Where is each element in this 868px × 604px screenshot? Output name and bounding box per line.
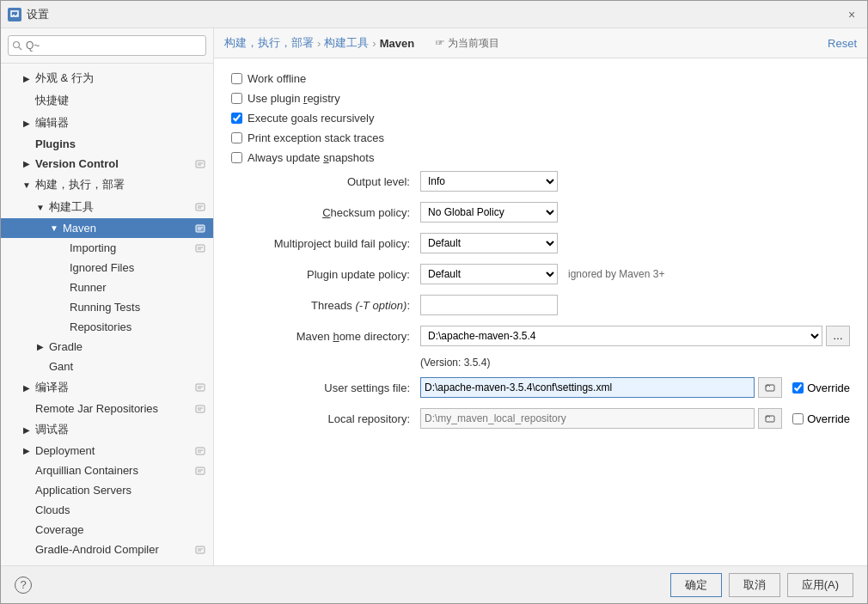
title-bar: 设置 × <box>1 1 867 28</box>
settings-badge-icon <box>194 445 206 457</box>
print-exception-stack-traces-row: Print exception stack traces <box>231 131 850 144</box>
sidebar-item-application-servers[interactable]: Application Servers <box>1 480 213 500</box>
output-level-select[interactable]: Info Debug Error <box>420 171 558 192</box>
sidebar-item-label: Application Servers <box>35 484 206 497</box>
work-offline-checkbox[interactable] <box>231 73 242 84</box>
local-repository-override-checkbox[interactable] <box>792 413 804 424</box>
apply-button[interactable]: 应用(A) <box>787 573 853 597</box>
user-settings-override-check: Override <box>792 381 850 394</box>
breadcrumb-part-1[interactable]: 构建，执行，部署 <box>224 35 314 51</box>
svg-rect-16 <box>196 384 205 391</box>
cancel-button[interactable]: 取消 <box>729 573 780 597</box>
settings-badge-icon <box>194 201 206 213</box>
search-input[interactable] <box>8 35 206 56</box>
work-offline-label[interactable]: Work offline <box>248 72 306 85</box>
local-repository-label: Local repository: <box>231 412 420 425</box>
sidebar-item-label: Maven <box>63 222 191 235</box>
breadcrumb-path: 构建，执行，部署 › 构建工具 › Maven ☞ 为当前项目 <box>224 35 500 51</box>
plugin-update-policy-label: Plugin update policy: <box>231 268 420 281</box>
use-plugin-registry-label[interactable]: Use plugin registry <box>248 92 340 105</box>
checksum-policy-select[interactable]: No Global Policy Warn Fail Ignore <box>420 202 558 223</box>
sidebar-item-repositories[interactable]: Repositories <box>1 317 213 337</box>
arrow-icon <box>56 243 66 253</box>
settings-badge-icon <box>194 544 206 556</box>
always-update-snapshots-checkbox[interactable] <box>231 152 242 163</box>
sidebar-item-running-tests[interactable]: Running Tests <box>1 297 213 317</box>
local-repository-control: Override <box>420 408 850 429</box>
sidebar-item-version-control[interactable]: ▶ Version Control <box>1 154 213 174</box>
arrow-icon: ▼ <box>49 223 59 234</box>
arrow-icon: ▼ <box>35 202 46 212</box>
sidebar-item-label: Importing <box>70 241 191 254</box>
local-repository-input[interactable] <box>420 408 755 429</box>
multiproject-fail-policy-select[interactable]: Default At End Never <box>420 233 558 253</box>
sidebar-item-editor[interactable]: ▶ 编辑器 <box>1 112 213 134</box>
sidebar-item-debugger[interactable]: ▶ 调试器 <box>1 418 213 441</box>
plugin-update-policy-select[interactable]: Default Always Never Daily <box>420 264 558 284</box>
threads-input[interactable] <box>420 295 558 315</box>
maven-home-control: D:\apache-maven-3.5.4 … <box>420 326 850 346</box>
sidebar-item-runner[interactable]: Runner <box>1 278 213 297</box>
use-plugin-registry-checkbox[interactable] <box>231 93 242 104</box>
arrow-icon <box>56 302 66 313</box>
local-repository-override-label[interactable]: Override <box>807 412 850 425</box>
execute-goals-recursively-checkbox[interactable] <box>231 113 242 124</box>
output-level-label: Output level: <box>231 175 420 188</box>
sidebar-item-plugins[interactable]: Plugins <box>1 134 213 154</box>
sidebar-item-clouds[interactable]: Clouds <box>1 500 213 520</box>
settings-badge-icon <box>194 465 206 477</box>
local-repository-row: Local repository: Override <box>231 408 850 429</box>
maven-version-hint: (Version: 3.5.4) <box>231 357 850 369</box>
sidebar-item-label: Gradle-Android Compiler <box>35 543 191 556</box>
sidebar-item-build-tools[interactable]: ▼ 构建工具 <box>1 196 213 218</box>
sidebar-item-appearance[interactable]: ▶ 外观 & 行为 <box>1 67 213 89</box>
arrow-icon <box>56 263 66 273</box>
sidebar-item-maven[interactable]: ▼ Maven <box>1 218 213 238</box>
always-update-snapshots-label[interactable]: Always update snapshots <box>248 151 374 164</box>
print-exception-checkbox[interactable] <box>231 132 242 143</box>
sidebar-item-label: 编辑器 <box>35 115 206 131</box>
sidebar-item-ignored-files[interactable]: Ignored Files <box>1 258 213 278</box>
maven-home-browse-button[interactable]: … <box>826 326 850 346</box>
sidebar-item-importing[interactable]: Importing <box>1 238 213 258</box>
sidebar-item-label: 构建，执行，部署 <box>35 177 206 192</box>
output-level-row: Output level: Info Debug Error <box>231 171 850 192</box>
sidebar-item-label: Runner <box>70 281 206 294</box>
execute-goals-recursively-label[interactable]: Execute goals recursively <box>248 112 374 125</box>
sidebar-item-label: 外观 & 行为 <box>35 70 206 86</box>
sidebar-item-arquillian-containers[interactable]: Arquillian Containers <box>1 461 213 480</box>
arrow-icon: ▶ <box>21 73 32 83</box>
sidebar-item-deployment[interactable]: ▶ Deployment <box>1 441 213 461</box>
sidebar-item-remote-jar-repos[interactable]: Remote Jar Repositories <box>1 399 213 418</box>
user-settings-file-browse-button[interactable] <box>758 377 782 398</box>
always-update-snapshots-row: Always update snapshots <box>231 151 850 164</box>
sidebar-item-compiler[interactable]: ▶ 编译器 <box>1 376 213 399</box>
sidebar-item-label: Gant <box>49 360 206 373</box>
sidebar-item-keymap[interactable]: 快捷键 <box>1 89 213 112</box>
sidebar-item-coverage[interactable]: Coverage <box>1 520 213 540</box>
local-repository-browse-button[interactable] <box>758 408 782 429</box>
ok-button[interactable]: 确定 <box>670 573 722 597</box>
svg-rect-7 <box>196 204 205 210</box>
checksum-policy-label: Checksum policy: <box>231 206 420 219</box>
sidebar-item-build-exec-deploy[interactable]: ▼ 构建，执行，部署 <box>1 174 213 196</box>
reset-button[interactable]: Reset <box>828 37 857 50</box>
breadcrumb-part-2[interactable]: 构建工具 <box>324 35 369 51</box>
output-level-control: Info Debug Error <box>420 171 850 192</box>
user-settings-override-checkbox[interactable] <box>792 382 804 394</box>
help-button[interactable]: ? <box>15 577 32 594</box>
sidebar-item-label: 快捷键 <box>35 93 206 108</box>
footer: ? 确定 取消 应用(A) <box>1 565 867 603</box>
print-exception-label[interactable]: Print exception stack traces <box>248 131 384 144</box>
checksum-policy-control: No Global Policy Warn Fail Ignore <box>420 202 850 223</box>
user-settings-override-label[interactable]: Override <box>807 381 850 394</box>
maven-home-select[interactable]: D:\apache-maven-3.5.4 <box>420 326 822 346</box>
sidebar-item-gradle[interactable]: ▶ Gradle <box>1 337 213 357</box>
sidebar-item-gant[interactable]: Gant <box>1 357 213 376</box>
user-settings-file-input[interactable] <box>420 377 755 398</box>
close-button[interactable]: × <box>843 6 860 23</box>
sidebar-item-gradle-android-compiler[interactable]: Gradle-Android Compiler <box>1 540 213 559</box>
sidebar-item-label: Deployment <box>35 444 191 457</box>
settings-badge-icon <box>194 158 206 170</box>
arrow-icon <box>21 404 32 414</box>
